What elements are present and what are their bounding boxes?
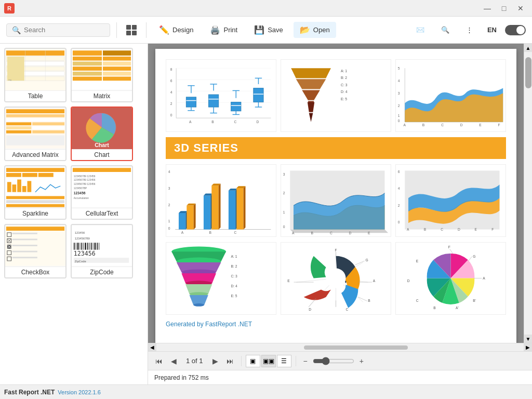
svg-text:A: A	[189, 120, 192, 124]
svg-text:E: E	[475, 228, 477, 231]
h-scroll-thumb[interactable]	[304, 345, 408, 350]
continuous-button[interactable]: ☰	[277, 355, 291, 367]
email-icon: ✉️	[416, 26, 424, 34]
single-page-button[interactable]: ▣	[246, 355, 260, 367]
zipcode-preview: 123456 123456789	[72, 225, 132, 267]
svg-rect-51	[73, 168, 131, 172]
svg-rect-80	[79, 243, 80, 250]
theme-toggle[interactable]	[505, 25, 526, 35]
svg-text:F: F	[335, 248, 337, 252]
scroll-down-button[interactable]: ▼	[524, 335, 533, 343]
svg-marker-143	[309, 113, 313, 122]
app-infobar: Fast Report .NET Version 2022.1.6	[0, 384, 532, 399]
sidebar-item-cellulartext[interactable]: 123456789 123456 123456789 123456 123456…	[71, 165, 133, 220]
3d-bar-chart: 4 3 2 1 0	[166, 164, 276, 237]
svg-marker-175	[219, 183, 221, 229]
design-button[interactable]: ✏️ Design	[153, 22, 200, 38]
next-page-button[interactable]: ▶	[209, 355, 221, 367]
scroll-left-button[interactable]: ◀	[148, 343, 156, 352]
sidebar-item-matrix[interactable]: Matrix	[71, 48, 133, 102]
app-version[interactable]: Version 2022.1.6	[58, 389, 101, 395]
content: 8 6 4 2 0	[148, 44, 532, 384]
svg-rect-15	[73, 62, 102, 66]
svg-text:A: A	[403, 123, 406, 127]
svg-text:D: D	[257, 120, 259, 124]
svg-text:0: 0	[283, 225, 285, 229]
svg-rect-124	[254, 88, 263, 102]
svg-marker-142	[308, 102, 314, 112]
minimize-button[interactable]: —	[480, 3, 495, 14]
svg-text:3: 3	[283, 172, 285, 176]
double-page-button[interactable]: ▣▣	[261, 355, 276, 367]
sidebar-item-sparkline[interactable]: Sparkline	[4, 165, 66, 220]
svg-rect-167	[187, 206, 193, 230]
sidebar-item-chart[interactable]: Chart Chart	[71, 107, 133, 161]
svg-text:F: F	[448, 245, 450, 249]
svg-rect-22	[103, 77, 131, 81]
svg-marker-138	[291, 68, 331, 78]
svg-rect-8	[7, 57, 24, 81]
svg-text:5: 5	[398, 66, 400, 70]
save-icon: 💾	[254, 25, 264, 35]
scroll-right-button[interactable]: ▶	[524, 343, 532, 352]
vertical-scrollbar[interactable]: ▲ ▼	[524, 44, 532, 343]
matrix-preview	[72, 49, 132, 90]
scroll-thumb[interactable]	[525, 57, 531, 88]
first-page-button[interactable]: ⏮	[152, 355, 166, 367]
svg-rect-13	[73, 57, 102, 61]
svg-rect-31	[6, 130, 31, 134]
page-canvas: 8 6 4 2 0	[148, 44, 524, 343]
svg-text:E: 5: E: 5	[231, 294, 237, 298]
svg-text:123456789 123456: 123456789 123456	[74, 179, 96, 181]
svg-rect-39	[6, 173, 21, 177]
svg-text:E: 5: E: 5	[341, 97, 347, 101]
svg-text:ZipCode: ZipCode	[75, 260, 86, 263]
zoom-in-button[interactable]: +	[356, 355, 367, 367]
svg-text:C: C	[441, 123, 444, 127]
search-box[interactable]: 🔍	[6, 23, 110, 37]
design-icon: ✏️	[159, 25, 169, 35]
search-input[interactable]	[24, 26, 102, 34]
view-buttons: ▣ ▣▣ ☰	[246, 355, 291, 367]
print-button[interactable]: 🖨️ Print	[204, 22, 244, 38]
generated-link[interactable]: Generated by FastReport .NET	[166, 321, 252, 328]
svg-text:D: D	[309, 308, 311, 311]
svg-text:A: A	[181, 231, 184, 234]
scroll-up-button[interactable]: ▲	[524, 44, 533, 52]
svg-rect-30	[32, 126, 64, 129]
prev-page-button[interactable]: ◀	[168, 355, 180, 367]
horizontal-scrollbar[interactable]: ◀ ▶	[148, 343, 532, 351]
of-label: of 1	[192, 357, 203, 365]
grid-view-button[interactable]	[123, 22, 140, 38]
main-area: img Table	[0, 44, 532, 384]
language-button[interactable]: EN	[483, 24, 501, 36]
svg-text:0: 0	[398, 220, 400, 224]
sidebar-item-checkbox[interactable]: CheckBox	[4, 224, 66, 278]
svg-rect-85	[89, 243, 90, 250]
search-button[interactable]: 🔍	[435, 23, 456, 37]
svg-text:0: 0	[168, 227, 170, 230]
titlebar-left: R	[4, 3, 15, 14]
svg-text:2: 2	[170, 102, 172, 105]
sidebar-item-zipcode[interactable]: 123456 123456789	[71, 224, 133, 278]
toolbar-divider-2	[146, 22, 147, 38]
svg-text:1: 1	[398, 114, 400, 117]
svg-text:B: B	[311, 231, 314, 235]
open-button[interactable]: 📂 Open	[294, 22, 336, 38]
more-button[interactable]: ⋮	[460, 23, 479, 37]
sidebar-item-table[interactable]: img Table	[4, 48, 66, 102]
svg-text:123456: 123456	[74, 191, 86, 195]
zoom-out-button[interactable]: −	[300, 355, 311, 367]
email-button[interactable]: ✉️	[410, 23, 431, 37]
svg-rect-49	[6, 204, 64, 207]
close-button[interactable]: ✕	[513, 3, 528, 14]
svg-rect-71	[12, 251, 37, 252]
svg-rect-86	[91, 243, 92, 250]
maximize-button[interactable]: □	[497, 3, 511, 14]
zoom-slider[interactable]	[313, 357, 354, 365]
sidebar-item-advanced-matrix[interactable]: Advanced Matrix	[4, 107, 66, 161]
last-page-button[interactable]: ⏭	[223, 355, 237, 367]
save-button[interactable]: 💾 Save	[248, 22, 289, 38]
3d-area-chart: 3 2 1 0	[281, 164, 391, 237]
svg-rect-82	[83, 243, 84, 250]
